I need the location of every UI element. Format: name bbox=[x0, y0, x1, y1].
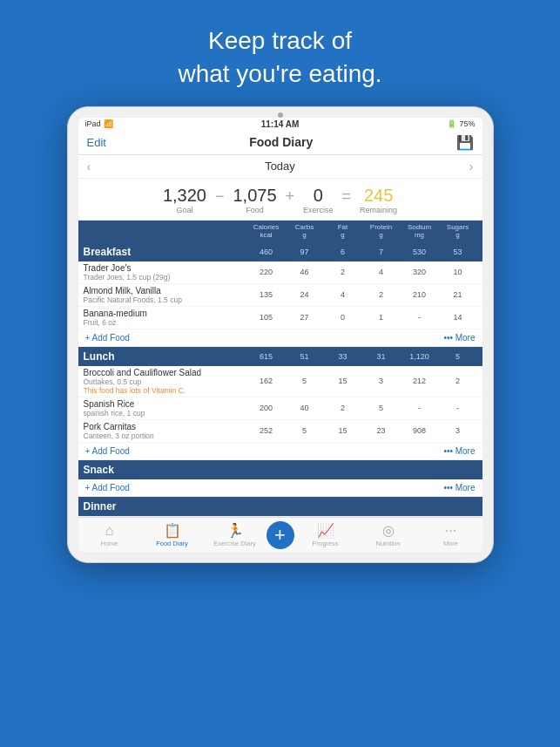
more-button[interactable]: ••• More bbox=[443, 333, 475, 343]
status-left: iPad 📶 bbox=[85, 119, 113, 128]
food-col-0: 220 bbox=[247, 268, 286, 276]
food-col-5: 21 bbox=[439, 290, 477, 299]
food-label: Food bbox=[233, 206, 276, 214]
battery-icon: 🔋 bbox=[447, 119, 456, 128]
food-col-0: 162 bbox=[247, 377, 286, 385]
food-info: Broccoli and Cauliflower SaladOuttakes, … bbox=[84, 368, 247, 395]
exercise-summary: 0 Exercise bbox=[303, 186, 334, 214]
tab-food-diary[interactable]: 📋 Food Diary bbox=[141, 522, 204, 547]
meal-header-lunch: Lunch6155133311,1205 bbox=[78, 347, 482, 366]
more-button[interactable]: ••• More bbox=[443, 446, 475, 456]
edit-button[interactable]: Edit bbox=[87, 136, 106, 149]
minus-sep: − bbox=[213, 187, 226, 206]
table-row[interactable]: Banana-mediumFruit, 6 oz1052701-14 bbox=[78, 307, 482, 329]
food-col-5: 3 bbox=[439, 426, 477, 435]
add-food-button[interactable]: + Add Food bbox=[85, 483, 130, 492]
meal-total-col-1: 51 bbox=[286, 352, 324, 361]
food-desc: Trader Joes, 1.5 cup (29g) bbox=[84, 273, 247, 282]
column-headers: Calorieskcal Carbsg Fatg Proteing Sodium… bbox=[78, 221, 482, 242]
add-food-button[interactable]: + Add Food bbox=[85, 446, 130, 456]
food-info: Almond Milk, VanillaPacific Natural Food… bbox=[84, 286, 247, 304]
meal-total-col-0: 460 bbox=[247, 248, 286, 256]
meal-total-col-4: 530 bbox=[401, 248, 439, 256]
date-bar: ‹ Today › bbox=[78, 155, 482, 179]
food-name: Banana-medium bbox=[84, 309, 247, 318]
meal-total-col-1: 97 bbox=[286, 248, 324, 256]
food-info: Trader Joe'sTrader Joes, 1.5 cup (29g) bbox=[84, 263, 247, 282]
food-name: Almond Milk, Vanilla bbox=[84, 286, 247, 295]
table-row[interactable]: Broccoli and Cauliflower SaladOuttakes, … bbox=[78, 366, 482, 397]
food-col-4: - bbox=[401, 313, 439, 322]
tab-nutrition-label: Nutrition bbox=[376, 540, 401, 547]
col-sugars: Sugarsg bbox=[439, 223, 477, 240]
tab-nutrition[interactable]: ◎ Nutrition bbox=[357, 522, 420, 547]
food-col-5: - bbox=[439, 404, 477, 412]
food-col-3: 5 bbox=[362, 404, 401, 412]
food-desc: Outtakes, 0.5 cup bbox=[84, 377, 247, 386]
meal-total-col-4: 1,120 bbox=[401, 352, 439, 361]
food-name: Pork Carnitas bbox=[84, 422, 247, 431]
exercise-diary-icon: 🏃 bbox=[226, 522, 244, 539]
food-col-5: 2 bbox=[439, 377, 477, 385]
meal-total-col-5: 5 bbox=[439, 352, 477, 361]
meal-section-breakfast: Breakfast460976753053Trader Joe'sTrader … bbox=[78, 242, 482, 347]
food-col-2: 2 bbox=[324, 268, 362, 276]
remaining-value: 245 bbox=[360, 186, 397, 206]
tab-progress[interactable]: 📈 Progress bbox=[294, 522, 357, 547]
save-icon[interactable]: 💾 bbox=[456, 134, 474, 151]
add-food-button[interactable]: + Add Food bbox=[85, 333, 130, 343]
food-col-2: 15 bbox=[324, 426, 362, 435]
equals-sep: = bbox=[341, 187, 354, 206]
meal-section-snack: Snack+ Add Food••• More bbox=[78, 460, 482, 497]
col-protein: Proteing bbox=[362, 223, 401, 240]
ipad-screen: iPad 📶 11:14 AM 🔋 75% Edit Food Diary 💾 … bbox=[78, 118, 482, 552]
prev-day-button[interactable]: ‹ bbox=[87, 160, 91, 173]
tab-bar: ⌂ Home 📋 Food Diary 🏃 Exercise Diary + 📈… bbox=[78, 517, 482, 552]
plus-sep: + bbox=[284, 187, 297, 206]
table-row[interactable]: Spanish Ricespanish rice, 1 cup2004025-- bbox=[78, 397, 482, 420]
home-icon: ⌂ bbox=[105, 523, 114, 539]
food-col-1: 24 bbox=[286, 290, 324, 299]
food-col-3: 4 bbox=[362, 268, 401, 276]
col-calories: Calorieskcal bbox=[247, 223, 286, 240]
meal-total-col-0: 615 bbox=[247, 352, 286, 361]
meal-total-col-3: 7 bbox=[362, 248, 401, 256]
food-info: Banana-mediumFruit, 6 oz bbox=[84, 309, 247, 327]
tab-home[interactable]: ⌂ Home bbox=[78, 523, 141, 547]
device-name: iPad bbox=[85, 119, 101, 128]
food-desc: Fruit, 6 oz bbox=[84, 318, 247, 327]
table-row[interactable]: Almond Milk, VanillaPacific Natural Food… bbox=[78, 284, 482, 307]
food-col-3: 3 bbox=[362, 377, 401, 385]
more-button[interactable]: ••• More bbox=[443, 483, 475, 492]
next-day-button[interactable]: › bbox=[469, 160, 474, 173]
add-button[interactable]: + bbox=[267, 521, 294, 549]
tab-more[interactable]: ··· More bbox=[420, 523, 482, 547]
food-col-1: 5 bbox=[286, 426, 324, 435]
add-row-lunch: + Add Food••• More bbox=[78, 443, 482, 459]
meal-totals-breakfast: 460976753053 bbox=[247, 248, 477, 256]
meals-container: Breakfast460976753053Trader Joe'sTrader … bbox=[78, 242, 482, 517]
food-info: Pork CarnitasCanteen, 3 oz portion bbox=[84, 422, 247, 440]
nutrition-icon: ◎ bbox=[382, 522, 395, 539]
food-col-1: 40 bbox=[286, 404, 324, 412]
table-row[interactable]: Trader Joe'sTrader Joes, 1.5 cup (29g)22… bbox=[78, 261, 482, 284]
more-icon: ··· bbox=[445, 523, 456, 539]
food-summary: 1,075 Food bbox=[233, 186, 276, 214]
food-desc: spanish rice, 1 cup bbox=[84, 409, 247, 418]
food-col-0: 105 bbox=[247, 313, 286, 322]
tab-exercise-diary[interactable]: 🏃 Exercise Diary bbox=[204, 522, 267, 547]
battery-pct: 75% bbox=[459, 119, 475, 128]
hero-section: Keep track ofwhat you're eating. bbox=[0, 0, 560, 106]
col-carbs: Carbsg bbox=[286, 223, 324, 240]
food-col-2: 15 bbox=[324, 377, 362, 385]
food-col-3: 23 bbox=[362, 426, 401, 435]
table-row[interactable]: Pork CarnitasCanteen, 3 oz portion252515… bbox=[78, 420, 482, 443]
food-col-4: 212 bbox=[401, 377, 439, 385]
status-right: 🔋 75% bbox=[447, 119, 475, 128]
meal-total-col-2: 6 bbox=[324, 248, 362, 256]
nav-bar: Edit Food Diary 💾 bbox=[78, 131, 482, 155]
status-time: 11:14 AM bbox=[261, 119, 300, 129]
food-col-5: 14 bbox=[439, 313, 477, 322]
status-bar: iPad 📶 11:14 AM 🔋 75% bbox=[78, 118, 482, 131]
food-col-0: 200 bbox=[247, 404, 286, 412]
